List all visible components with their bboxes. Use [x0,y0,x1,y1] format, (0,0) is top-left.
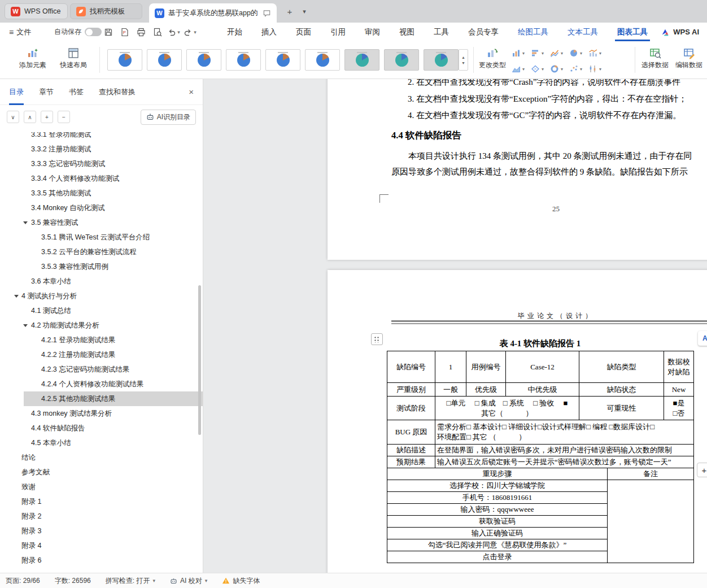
severity-value[interactable]: 一般 [435,383,466,397]
change-chart-type-button[interactable]: 更改类型 [475,46,509,70]
select-data-button[interactable]: 选择数据 [639,46,671,70]
case-number-value[interactable]: Case-12 [506,351,579,383]
file-menu-button[interactable]: ≡ 文件 [9,23,31,41]
document-page-26[interactable]: 毕业论文（设计） 表 4-1 软件缺陷报告 1 缺陷编号 1 用例编号 Case… [328,270,707,573]
toc-item[interactable]: 3.5.3 兼容性测试用例 [0,259,203,274]
repro-steps-header[interactable]: 重现步骤 [387,468,608,480]
pie-chart-type-button[interactable]: ▾ [569,49,582,58]
toc-item[interactable]: 3.3.5 其他功能测试 [0,186,203,201]
toc-item[interactable]: 结论 [0,450,203,465]
word-count[interactable]: 字数: 26596 [55,576,91,586]
tab-text-tools[interactable]: 文本工具 [568,23,598,41]
print-preview-button[interactable] [151,25,164,38]
toc-item[interactable]: 4.2.1 登录功能测试结果 [0,333,203,347]
toc-item[interactable]: 4.3 monkey 测试结果分析 [0,406,203,421]
area-chart-type-button[interactable]: ▾ [512,64,525,73]
toc-item[interactable]: 3.4 Monkey 自动化测试 [0,201,203,215]
toc-item[interactable]: 附录 4 [0,538,203,553]
column-chart-type-button[interactable]: ▾ [512,49,525,58]
toc-item[interactable]: 4.2.4 个人资料修改功能测试结果 [0,377,203,391]
toc-item[interactable]: 4.5 本章小结 [0,435,203,450]
defect-type-value[interactable]: 数据校对缺陷 [664,351,694,383]
autosave-control[interactable]: 自动保存 [54,23,102,41]
toc-item[interactable]: 4.2.3 忘记密码功能测试结果 [0,362,203,377]
toc-expand-button[interactable]: + [41,111,53,123]
add-element-button[interactable]: 添加元素 [16,46,50,70]
collapse-arrow-icon[interactable] [23,324,28,327]
defect-type-label[interactable]: 缺陷类型 [579,351,664,383]
autosave-toggle-off[interactable] [85,28,102,36]
table-caption[interactable]: 表 4-1 软件缺陷报告 1 [387,338,693,349]
bug-cause-checkboxes[interactable]: 需求分析□ 基本设计□ 详细设计□设计式样理解□ 编程 □数据库设计□ 环境配置… [435,420,694,445]
toc-item[interactable]: 3.3.4 个人资料修改功能测试 [0,171,203,186]
toc-item[interactable]: 附录 6 [0,553,203,568]
expected-result-label[interactable]: 预期结果 [387,456,435,468]
export-pdf-button[interactable]: P [118,25,131,38]
chart-style-thumbnail-5[interactable] [265,49,300,71]
reproducibility-label[interactable]: 可重现性 [579,397,664,420]
priority-label[interactable]: 优先级 [466,383,506,397]
collapse-arrow-icon[interactable] [14,295,19,298]
defect-number-label[interactable]: 缺陷编号 [387,351,435,383]
chart-style-thumbnail-1[interactable] [107,49,142,71]
document-canvas[interactable]: 2. 在文档中查找发现没有带“Crash”字符的内容，说明软件不存在崩溃事件 3… [203,79,707,573]
document-tab-active[interactable]: W 基于安卓系统的慧易联app的 [149,3,277,23]
notes-cell-empty[interactable] [608,480,694,563]
surface-chart-type-button[interactable]: ▾ [531,64,544,73]
toc-item[interactable]: 3.3.3 忘记密码功能测试 [0,156,203,171]
spellcheck-toggle[interactable]: 拼写检查: 打开 ▾ [106,576,155,586]
body-text-line[interactable]: 4. 在文档中查找发现没有带“GC”字符的内容，说明软件不存在内存泄漏。 [408,110,681,121]
defect-status-label[interactable]: 缺陷状态 [579,383,664,397]
test-phase-label[interactable]: 测试阶段 [387,397,435,420]
test-phase-checkboxes[interactable]: □单元 □ 集成 □ 系统 □ 验收 ■ 其它（ ） [435,397,579,420]
sidebar-tab-bookmarks[interactable]: 书签 [69,79,84,105]
tab-member[interactable]: 会员专享 [468,23,499,41]
toc-item[interactable]: 3.6 本章小结 [0,274,203,289]
wps-ai-button[interactable]: WPS AI [661,23,699,41]
chart-style-thumbnail-4[interactable] [226,49,261,71]
defect-number-value[interactable]: 1 [435,351,466,383]
tab-insert[interactable]: 插入 [261,23,277,41]
ai-recognize-toc-button[interactable]: AI识别目录 [141,110,196,125]
toc-collapse-button[interactable]: − [58,111,70,123]
quick-layout-button[interactable]: 快速布局 [56,46,90,70]
toc-item-expandable[interactable]: 4 测试执行与分析 [0,289,203,303]
chart-style-thumbnail-3[interactable] [186,49,221,71]
save-button[interactable] [102,25,115,38]
toc-item[interactable]: 附录 3 [0,524,203,538]
doughnut-chart-type-button[interactable]: ▾ [550,64,563,73]
toc-item[interactable]: 附录 1 [0,494,203,509]
sidebar-tab-find-replace[interactable]: 查找和替换 [99,79,136,105]
collapse-arrow-icon[interactable] [23,221,28,224]
reproducibility-value[interactable]: ■是 □否 [664,397,694,420]
stock-chart-type-button[interactable]: ▾ [588,64,601,73]
sidebar-tab-chapters[interactable]: 章节 [39,79,54,105]
comment-bubble-icon[interactable] [263,9,271,18]
repro-step[interactable]: 输入密码：qqqwwweee [387,503,608,515]
page-indicator[interactable]: 页面: 29/66 [6,576,40,586]
sidebar-tab-contents[interactable]: 目录 [9,79,24,105]
print-button[interactable] [134,25,147,38]
expected-result-value[interactable]: 输入错误五次后锁定账号一天并提示“密码错误次数过多，账号锁定一天” [435,456,694,468]
repro-step[interactable]: 点击登录 [387,551,608,563]
toc-item[interactable]: 4.4 软件缺陷报告 [0,421,203,435]
repro-step[interactable]: 输入正确验证码 [387,527,608,539]
chart-style-thumbnail-7[interactable] [344,49,379,71]
repro-step[interactable]: 获取验证码 [387,515,608,527]
tab-tools[interactable]: 工具 [434,23,449,41]
section-heading-4-4[interactable]: 4.4 软件缺陷报告 [391,129,461,142]
chart-style-thumbnail-2[interactable] [147,49,182,71]
ai-proofread-button[interactable]: AI 校对 ▾ [170,576,207,586]
body-text-line[interactable]: 原因导致多个测试用例未通过，故整合得到软件的 9 条缺陷。缺陷报告如下所示 [391,167,688,177]
undo-button[interactable]: ▾ [167,25,180,38]
wps-home-tab[interactable]: W WPS Office [5,3,68,19]
chart-style-thumbnail-6[interactable] [305,49,340,71]
toc-prev-heading-button[interactable]: ∧ [24,111,36,123]
toc-item-expandable[interactable]: 4.2 功能测试结果分析 [0,318,203,333]
combo-chart-type-button[interactable]: ▾ [588,49,601,58]
floating-add-button[interactable]: + [697,463,707,477]
bug-cause-label[interactable]: BUG 原因 [387,420,435,445]
defect-description-label[interactable]: 缺陷描述 [387,445,435,456]
toc-item[interactable]: 3.5.1 腾讯 WeTest 云测试平台介绍 [0,230,203,245]
tab-home[interactable]: 开始 [227,23,242,41]
